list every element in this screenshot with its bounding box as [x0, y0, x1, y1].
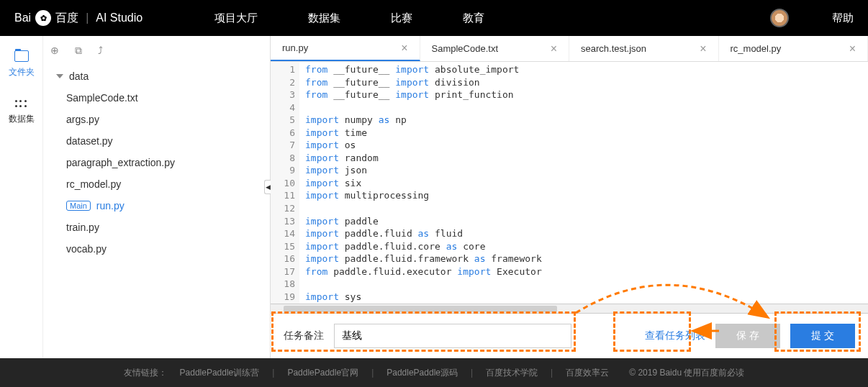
close-icon[interactable]: ×: [401, 42, 407, 55]
new-folder-icon[interactable]: ⧉: [75, 45, 82, 57]
footer-link[interactable]: PaddlePaddle官网: [287, 367, 358, 379]
tree-file-active[interactable]: Main run.py: [49, 195, 264, 217]
footer-prefix: 友情链接：: [124, 367, 167, 379]
tree-file[interactable]: paragraph_extraction.py: [49, 152, 264, 173]
rail-files[interactable]: 文件夹: [9, 50, 35, 78]
tree-file[interactable]: dataset.py: [49, 130, 264, 152]
nav-education[interactable]: 教育: [463, 12, 484, 25]
nav-projects[interactable]: 项目大厅: [214, 12, 258, 25]
footer-link[interactable]: PaddlePaddle源码: [386, 367, 458, 379]
nav-competitions[interactable]: 比赛: [391, 12, 412, 25]
tree-file[interactable]: train.py: [49, 217, 264, 238]
main-badge: Main: [66, 201, 91, 211]
footer-links: 友情链接： PaddlePaddle训练营| PaddlePaddle官网| P…: [0, 358, 868, 387]
upload-icon[interactable]: ⤴: [98, 45, 103, 57]
tree-file[interactable]: SampleCode.txt: [49, 87, 264, 109]
tree-file[interactable]: rc_model.py: [49, 173, 264, 195]
tree-file[interactable]: args.py: [49, 109, 264, 130]
code-area[interactable]: 1234567891011121314151617181920 ▸2122232…: [271, 62, 868, 304]
folder-icon: [14, 50, 29, 62]
paw-icon: ✿: [35, 10, 51, 26]
logo[interactable]: Bai✿ 百度 | AI Studio: [14, 10, 143, 26]
task-remark-label: 任务备注: [284, 329, 324, 342]
file-tree: data SampleCode.txt args.py dataset.py p…: [43, 65, 270, 260]
collapse-sidebar-button[interactable]: ◀: [264, 180, 271, 194]
sidebar-toolbar: ⊕ ⧉ ⤴: [43, 36, 270, 65]
tab-rc-model[interactable]: rc_model.py×: [719, 36, 869, 61]
left-rail: 文件夹 数据集: [0, 36, 43, 358]
close-icon[interactable]: ×: [700, 42, 706, 55]
help-link[interactable]: 帮助: [832, 12, 854, 25]
submit-button[interactable]: 提 交: [790, 324, 855, 348]
logo-studio: AI Studio: [96, 12, 143, 24]
footer-link[interactable]: 百度效率云: [566, 367, 609, 379]
close-icon[interactable]: ×: [551, 42, 557, 55]
grid-icon: [15, 100, 28, 109]
tab-run-py[interactable]: run.py×: [271, 36, 420, 61]
tree-folder-data[interactable]: data: [49, 65, 264, 87]
save-button[interactable]: 保 存: [715, 324, 780, 348]
footer-copyright: © 2019 Baidu 使用百度前必读: [629, 367, 744, 379]
file-sidebar: ⊕ ⧉ ⤴ data SampleCode.txt args.py datase…: [43, 36, 270, 358]
new-file-icon[interactable]: ⊕: [50, 45, 59, 57]
top-nav: 项目大厅 数据集 比赛 教育: [214, 12, 770, 25]
footer-link[interactable]: 百度技术学院: [486, 367, 538, 379]
footer-link[interactable]: PaddlePaddle训练营: [180, 367, 260, 379]
rail-datasets[interactable]: 数据集: [9, 100, 35, 125]
task-footer: 任务备注 查看任务列表 保 存 提 交: [271, 313, 868, 358]
logo-baidu: 百度: [55, 11, 78, 26]
task-remark-input[interactable]: [334, 324, 571, 348]
tree-file[interactable]: vocab.py: [49, 238, 264, 260]
avatar[interactable]: [770, 9, 789, 27]
line-gutter: 1234567891011121314151617181920 ▸2122232…: [271, 62, 299, 304]
tab-search-test[interactable]: search.test.json×: [569, 36, 719, 61]
code-content[interactable]: from __future__ import absolute_import f…: [299, 62, 868, 304]
horizontal-scrollbar[interactable]: [271, 304, 868, 313]
top-header: Bai✿ 百度 | AI Studio 项目大厅 数据集 比赛 教育 帮助: [0, 0, 868, 36]
view-tasks-link[interactable]: 查看任务列表: [645, 329, 705, 342]
logo-divider: |: [86, 12, 89, 24]
close-icon[interactable]: ×: [849, 42, 856, 55]
editor: ◀ run.py× SampleCode.txt× search.test.js…: [270, 36, 868, 358]
editor-tabs: run.py× SampleCode.txt× search.test.json…: [271, 36, 868, 62]
nav-datasets[interactable]: 数据集: [308, 12, 340, 25]
chevron-down-icon: [56, 74, 63, 78]
tab-samplecode[interactable]: SampleCode.txt×: [420, 36, 570, 61]
